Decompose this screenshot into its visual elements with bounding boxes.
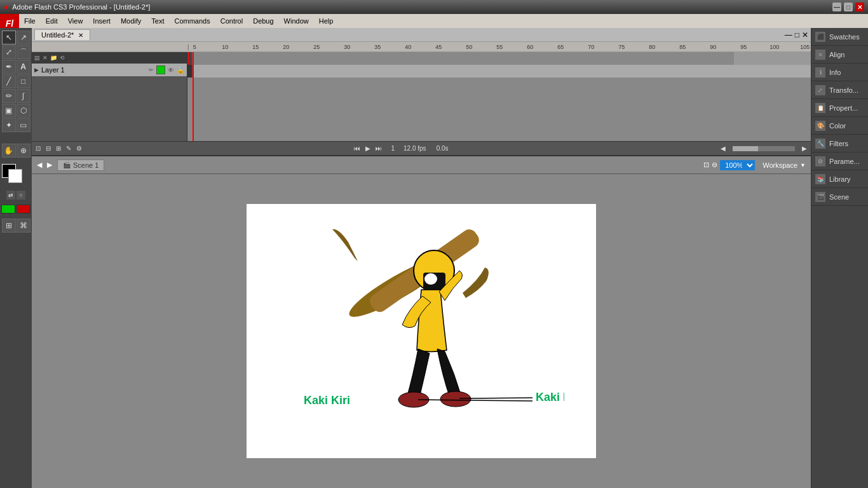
brush-tool[interactable]: ∫ <box>17 89 31 103</box>
layer-folder-button[interactable]: 📁 <box>50 55 57 61</box>
scene-forward-button[interactable]: ▶ <box>47 161 52 169</box>
right-leg <box>437 349 461 398</box>
stroke-indicator[interactable] <box>17 205 31 214</box>
fill-color[interactable] <box>8 169 22 183</box>
panel-properties[interactable]: 📋 Propert... <box>811 99 868 117</box>
eyedropper-tool[interactable]: ✦ <box>2 118 16 132</box>
panel-color[interactable]: 🎨 Color <box>811 117 868 135</box>
menu-window[interactable]: Window <box>279 16 314 26</box>
ruler-25: 25 <box>312 44 321 50</box>
swap-colors-button[interactable]: ⇄ <box>6 191 15 200</box>
lasso-tool[interactable]: ⌒ <box>17 45 31 59</box>
menu-commands[interactable]: Commands <box>169 16 215 26</box>
panel-info[interactable]: ℹ Info <box>811 64 868 81</box>
tl-scroll-right[interactable]: ▶ <box>802 145 807 152</box>
document-tab[interactable]: Untitled-2* ✕ <box>34 29 90 40</box>
pen-tool[interactable]: ✒ <box>2 60 16 74</box>
properties-panel-icon: 📋 <box>815 103 825 113</box>
tl-btn-onion1[interactable]: ⊟ <box>46 145 51 152</box>
scene-name: Scene 1 <box>73 161 98 169</box>
fit-page-button[interactable]: ⊡ <box>703 161 709 169</box>
tl-btn-edit[interactable]: ✎ <box>66 145 71 152</box>
minimize-button[interactable]: — <box>832 3 841 11</box>
layer-eye-icon[interactable]: 👁 <box>168 67 174 74</box>
layer-lock-icon[interactable]: 🔒 <box>177 67 184 74</box>
menu-edit[interactable]: Edit <box>41 16 63 26</box>
eraser-tool[interactable]: ▭ <box>17 118 31 132</box>
panel-filters[interactable]: 🔧 Filters <box>811 135 868 152</box>
kaki-kanan-label: Kaki Kanan <box>536 391 564 403</box>
text-tool[interactable]: A <box>17 60 31 74</box>
delete-layer-button[interactable]: ✕ <box>43 55 48 61</box>
ruler-75: 75 <box>617 44 626 50</box>
tool-row-4: ╱ □ <box>2 74 31 88</box>
workspace-dropdown[interactable]: ▼ <box>800 162 806 168</box>
doc-tab-closeall[interactable]: ✕ <box>802 30 808 39</box>
tl-prev-frame[interactable]: ⏮ <box>354 145 360 152</box>
frames-area[interactable] <box>187 52 811 141</box>
ruler-30: 30 <box>342 44 351 50</box>
swatches-label: Swatches <box>829 33 860 41</box>
tool-row-snap: ⊞ ⌘ <box>2 219 31 233</box>
fill-color-indicator[interactable] <box>1 205 15 214</box>
tl-btn-settings[interactable]: ⚙ <box>76 145 82 152</box>
tl-play[interactable]: ▶ <box>365 145 370 152</box>
tl-next-frame[interactable]: ⏭ <box>376 145 382 152</box>
menu-debug[interactable]: Debug <box>248 16 278 26</box>
ruler-50: 50 <box>465 44 473 50</box>
time-label: 0.0s <box>437 145 449 152</box>
close-button[interactable]: ✕ <box>855 3 864 11</box>
menu-text[interactable]: Text <box>146 16 169 26</box>
panel-transform[interactable]: ⤢ Transfo... <box>811 81 868 99</box>
hand-tool[interactable]: ✋ <box>2 144 16 158</box>
doc-tab-close-button[interactable]: ✕ <box>78 32 83 39</box>
panel-library[interactable]: 📚 Library <box>811 170 868 188</box>
snap-tool[interactable]: ⊞ <box>2 219 16 233</box>
center-area: Untitled-2* ✕ — □ ✕ | 5 10 15 20 25 30 3… <box>32 28 811 488</box>
transform-tool[interactable]: ⤢ <box>2 45 16 59</box>
panel-scene[interactable]: 🎬 Scene <box>811 188 868 206</box>
doc-tab-maximize[interactable]: □ <box>795 30 799 39</box>
frames-row <box>187 52 811 65</box>
tl-btn-center[interactable]: ⊡ <box>36 145 41 152</box>
canvas-area[interactable]: Kaki Kiri Kaki Kanan <box>32 174 811 488</box>
parameters-panel-icon: ⚙ <box>815 156 825 166</box>
rect-tool[interactable]: □ <box>17 74 31 88</box>
layer-keyframe[interactable] <box>187 65 193 78</box>
ruler-55: 55 <box>495 44 504 50</box>
layer-row[interactable]: ▶ Layer 1 ✏ 👁 🔒 <box>32 64 187 76</box>
reset-colors-button[interactable]: ○ <box>17 191 25 200</box>
panel-swatches[interactable]: ⬛ Swatches <box>811 28 868 46</box>
smooth-tool[interactable]: ⌘ <box>17 219 31 233</box>
ruler-35: 35 <box>373 44 382 50</box>
menu-control[interactable]: Control <box>215 16 248 26</box>
empty-frames <box>194 52 734 65</box>
ruler-10: 10 <box>220 44 229 50</box>
arrow-tool[interactable]: ↖ <box>2 30 16 44</box>
tl-scrollbar[interactable] <box>732 146 796 152</box>
menu-file[interactable]: File <box>19 16 41 26</box>
zoom-tool[interactable]: ⊕ <box>17 144 31 158</box>
menu-modify[interactable]: Modify <box>116 16 146 26</box>
menu-view[interactable]: View <box>63 16 88 26</box>
zoom-out-button[interactable]: ⊖ <box>712 161 717 169</box>
ink-tool[interactable]: ⬡ <box>17 104 31 118</box>
tl-btn-onion2[interactable]: ⊞ <box>56 145 61 152</box>
subselect-tool[interactable]: ↗ <box>17 30 31 44</box>
maximize-button[interactable]: □ <box>844 3 853 11</box>
tool-row-2: ⤢ ⌒ <box>2 45 31 59</box>
panel-parameters[interactable]: ⚙ Parame... <box>811 152 868 170</box>
layer-visible-indicator <box>156 65 165 74</box>
new-layer-button[interactable]: ▤ <box>34 55 40 61</box>
menu-insert[interactable]: Insert <box>88 16 116 26</box>
panel-align[interactable]: ≡ Align <box>811 46 868 64</box>
fill-tool[interactable]: ▣ <box>2 104 16 118</box>
tl-scroll-left[interactable]: ◀ <box>721 145 726 152</box>
menu-help[interactable]: Help <box>314 16 339 26</box>
pencil-tool[interactable]: ✏ <box>2 89 16 103</box>
layer-motion-button[interactable]: ⟲ <box>60 55 65 61</box>
zoom-select[interactable]: 100% 50% 200% Fit <box>720 160 755 170</box>
scene-back-button[interactable]: ◀ <box>37 161 42 169</box>
doc-tab-minimize[interactable]: — <box>785 30 792 39</box>
line-tool[interactable]: ╱ <box>2 74 16 88</box>
